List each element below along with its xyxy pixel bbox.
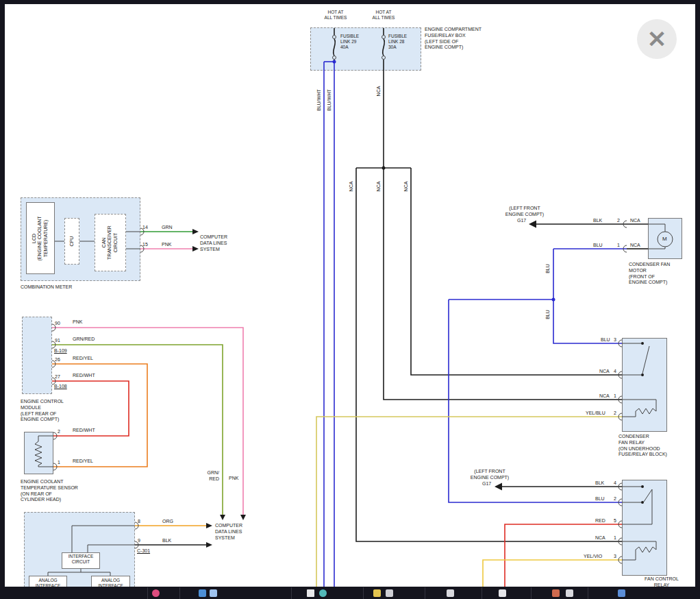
taskbar-icon[interactable] <box>210 589 217 597</box>
ground-location-label: (LEFT FRONT ENGINE COMPT) <box>501 206 549 218</box>
wires-black <box>135 28 648 545</box>
connector-id-b108[interactable]: B-108 <box>54 384 67 390</box>
taskbar <box>0 587 700 599</box>
pin-number-26: 26 <box>55 357 60 363</box>
window-frame-right <box>695 0 700 599</box>
pin-arc <box>623 245 627 252</box>
ground-id-g17: G17 <box>482 481 491 487</box>
taskbar-icon[interactable] <box>373 589 381 597</box>
wire-label-blk: BLK <box>595 480 604 487</box>
pin-number-9: 9 <box>138 538 140 544</box>
arrow-right-icon <box>192 229 199 234</box>
wire-blu-to-condenser-relay <box>553 249 622 343</box>
wires-redyel <box>52 364 147 467</box>
close-button[interactable]: ✕ <box>637 19 677 59</box>
pin-number-2: 2 <box>614 496 616 502</box>
wires-yelblu <box>316 417 622 587</box>
fusible-link-29-label: FUSIBLE LINK 29 40A <box>340 34 359 50</box>
wire-label-nca: NCA <box>349 182 354 192</box>
taskbar-separator <box>482 587 482 599</box>
wires-blue <box>324 62 627 587</box>
taskbar-icon[interactable] <box>319 589 327 597</box>
wire-label-org: ORG <box>162 519 173 525</box>
wire-label-nca: NCA <box>599 369 610 375</box>
condenser-fan-relay-box <box>622 338 667 432</box>
taskbar-separator <box>588 587 588 599</box>
can-transceiver-label: CAN TRANSCEIVER CIRCUIT <box>101 225 118 260</box>
wire-label-nca: NCA <box>595 535 605 541</box>
fan-control-relay-box <box>622 480 667 576</box>
junction-dots <box>333 60 645 504</box>
pin-number-2: 2 <box>58 429 60 435</box>
pin-number-4: 4 <box>614 369 616 375</box>
wires-yelvio <box>483 560 622 587</box>
pin-number-27: 27 <box>55 374 60 380</box>
junction-dot <box>382 167 386 170</box>
pin-number-2: 2 <box>614 411 616 417</box>
wire-label-red: RED <box>595 518 605 524</box>
wire-label-nca: NCA <box>376 86 382 97</box>
wire-red-fan-relay <box>505 524 622 587</box>
pin-number-3: 3 <box>614 337 616 343</box>
wire-nca-to-condenser-relay-4 <box>411 168 622 375</box>
wire-label-pnk: PNK <box>162 242 171 248</box>
window-frame-left <box>0 0 5 599</box>
connector-id-c301[interactable]: C-301 <box>137 548 150 554</box>
lcd-label: LCD (ENGINE COOLANT TEMPERATURE) <box>32 217 49 261</box>
component-internals <box>35 36 673 576</box>
wire-label-nca: NCA <box>599 393 610 400</box>
wire-label-blk: BLK <box>162 538 171 544</box>
pin-number-8: 8 <box>138 519 140 525</box>
wire-label-nca: NCA <box>376 182 382 192</box>
engine-control-module-box <box>22 317 52 394</box>
taskbar-icon[interactable] <box>199 589 206 597</box>
engine-control-module-label: ENGINE CONTROL MODULE (LEFT REAR OF ENGI… <box>21 399 64 423</box>
condenser-fan-motor-label: CONDENSER FAN MOTOR (FRONT OF ENGINE COM… <box>629 262 670 286</box>
connector-id-b109[interactable]: B-109 <box>54 348 67 354</box>
wire-label-grnred: GRN/ RED <box>203 470 219 482</box>
pin-number-15: 15 <box>142 242 148 248</box>
taskbar-icon[interactable] <box>447 589 454 597</box>
wire-label-blu: BLU <box>593 243 603 249</box>
wire-yelvio <box>483 560 622 587</box>
pin-arc <box>623 221 627 228</box>
pin-number-1: 1 <box>58 460 60 466</box>
arrow-down-icon <box>220 515 225 520</box>
taskbar-separator <box>531 587 532 599</box>
wire-label-blu: BLU <box>595 496 605 502</box>
arrow-right-icon <box>206 523 212 528</box>
wire-yelblu <box>316 417 622 587</box>
wire-label-blk: BLK <box>593 218 602 224</box>
wire-label-redyel: RED/YEL <box>73 356 93 362</box>
arrow-right-icon <box>206 542 212 548</box>
junction-dot <box>552 298 555 302</box>
taskbar-separator <box>179 587 180 599</box>
wire-label-pnk: PNK <box>73 319 82 326</box>
ground-id-g17: G17 <box>517 218 526 224</box>
wire-label-redyel: RED/YEL <box>73 459 93 465</box>
pin-number-1: 1 <box>614 535 616 541</box>
taskbar-icon[interactable] <box>386 589 393 597</box>
wire-label-blu: BLU <box>601 337 610 343</box>
wire-label-nca: NCA <box>630 243 640 249</box>
wire-label-blu: BLU <box>545 310 551 319</box>
pin-number-3: 3 <box>614 554 616 560</box>
taskbar-icon[interactable] <box>618 589 625 597</box>
taskbar-icon[interactable] <box>307 589 314 597</box>
ground-icon <box>529 221 536 228</box>
computer-data-lines-label: COMPUTER DATA LINES SYSTEM <box>200 234 227 252</box>
taskbar-icon[interactable] <box>566 589 573 597</box>
taskbar-icon[interactable] <box>552 589 560 597</box>
pin-number-4: 4 <box>614 480 616 487</box>
wire-label-redwht: RED/WHT <box>73 428 95 434</box>
taskbar-icon[interactable] <box>152 589 160 597</box>
pin-arc <box>53 432 57 439</box>
coolant-temp-sensor-label: ENGINE COOLANT TEMPERATURE SENSOR (ON RE… <box>21 479 78 503</box>
ground-icon <box>495 483 502 491</box>
taskbar-icon[interactable] <box>499 589 506 597</box>
hot-at-label: HOT AT ALL TIMES <box>320 10 351 21</box>
pin-number-90: 90 <box>55 321 60 327</box>
wire-nca-to-condenser-relay-1 <box>384 168 622 400</box>
taskbar-separator <box>363 587 364 599</box>
taskbar-separator <box>425 587 425 599</box>
